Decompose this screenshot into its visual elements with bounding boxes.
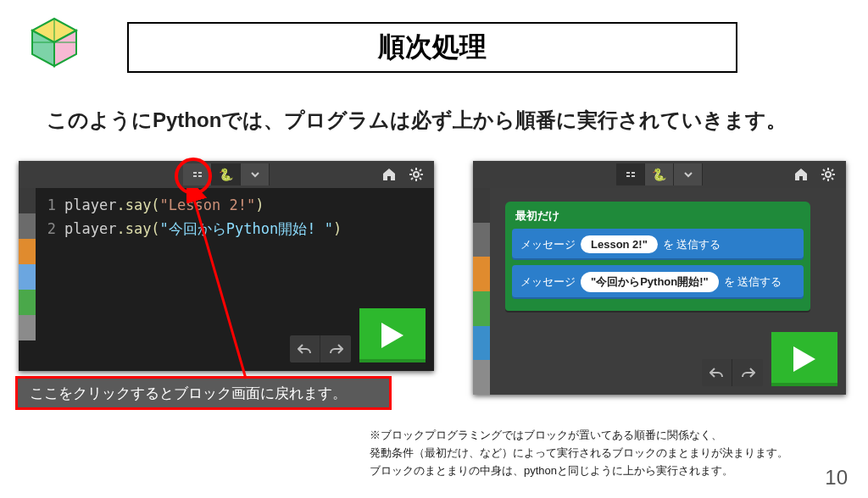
svg-point-6 — [826, 172, 831, 177]
python-tab-button[interactable]: 🐍 — [645, 163, 674, 185]
block-suffix: を 送信する — [663, 237, 721, 252]
code-line-1: 1 player.say("Lesson 2!") — [36, 193, 434, 217]
home-icon[interactable] — [793, 167, 809, 182]
message-value-1[interactable]: Lesson 2!" — [581, 235, 658, 253]
message-value-2[interactable]: "今回からPython開始!" — [581, 272, 719, 292]
footnote-text: ※ブロックプログラミングではブロックが置いてある順番に関係なく、 発動条件（最初… — [370, 427, 788, 479]
gear-icon[interactable] — [821, 167, 836, 182]
block-suffix: を 送信する — [724, 274, 782, 290]
undo-button[interactable] — [702, 359, 732, 386]
block-label: メッセージ — [520, 237, 576, 252]
logo-cube-icon — [27, 15, 81, 69]
python-editor: 🐍 1 player.say("Lesson — [19, 161, 434, 371]
home-icon[interactable] — [381, 167, 397, 182]
redo-button[interactable] — [732, 359, 763, 386]
page-number: 10 — [825, 466, 848, 490]
run-button[interactable] — [359, 308, 426, 362]
gear-icon[interactable] — [409, 167, 424, 182]
send-message-block-2[interactable]: メッセージ "今回からPython開始!" を 送信する — [512, 265, 804, 299]
dropdown-button[interactable] — [674, 163, 703, 185]
dropdown-button[interactable] — [241, 163, 270, 185]
undo-button[interactable] — [290, 335, 320, 362]
blocks-tab-button[interactable] — [616, 163, 645, 185]
on-start-block[interactable]: 最初だけ メッセージ Lesson 2!" を 送信する メッセージ "今回から… — [505, 202, 810, 311]
category-tabs[interactable] — [19, 188, 36, 340]
undo-redo-group — [702, 359, 763, 386]
annotation-tooltip: ここをクリックするとブロック画面に戻れます。 — [15, 376, 392, 410]
editor-topbar: 🐍 — [473, 161, 846, 188]
intro-text: このようにPythonでは、プログラムは必ず上から順番に実行されていきます。 — [47, 107, 787, 134]
hat-block-label: 最初だけ — [515, 208, 804, 224]
block-editor: 🐍 最初だけ メッセージ — [473, 161, 846, 395]
python-tab-button[interactable]: 🐍 — [212, 163, 241, 185]
run-button[interactable] — [771, 332, 837, 386]
play-icon — [378, 321, 407, 350]
blocks-tab-button[interactable] — [183, 163, 212, 185]
code-line-2: 2 player.say("今回からPython開始! ") — [36, 217, 434, 241]
editor-topbar: 🐍 — [19, 161, 434, 188]
blocks-canvas[interactable]: 最初だけ メッセージ Lesson 2!" を 送信する メッセージ "今回から… — [490, 188, 846, 395]
category-tabs[interactable] — [473, 188, 490, 395]
redo-button[interactable] — [320, 335, 351, 362]
play-icon — [790, 345, 819, 374]
block-label: メッセージ — [520, 274, 576, 290]
send-message-block-1[interactable]: メッセージ Lesson 2!" を 送信する — [512, 229, 804, 260]
undo-redo-group — [290, 335, 351, 362]
svg-point-5 — [414, 172, 419, 177]
page-title: 順次処理 — [127, 22, 737, 73]
